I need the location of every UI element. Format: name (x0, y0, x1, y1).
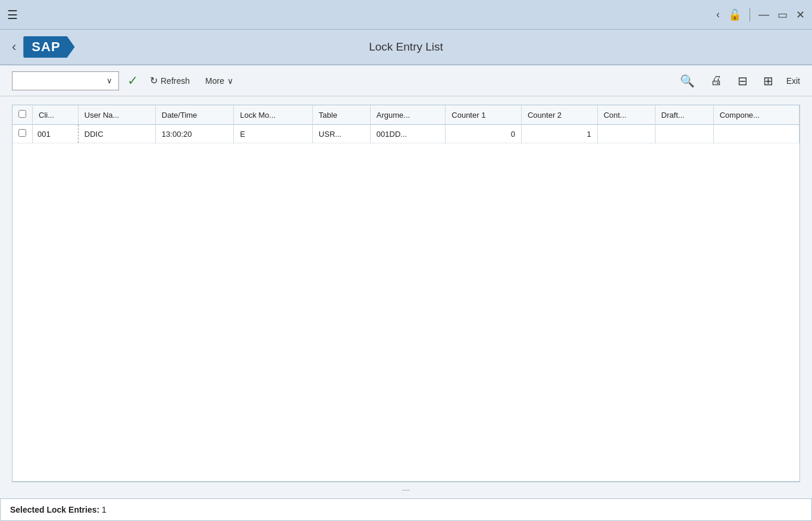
title-bar-divider (750, 8, 750, 21)
col-header-client[interactable]: Cli... (33, 105, 79, 125)
collapse-button[interactable]: ⊞ (761, 73, 776, 89)
more-button[interactable]: More ∨ (202, 74, 237, 88)
table-container: Cli... User Na... Date/Time Lock Mo... T… (12, 105, 800, 482)
col-header-argument[interactable]: Argume... (370, 105, 445, 125)
lock-entries-table: Cli... User Na... Date/Time Lock Mo... T… (12, 105, 800, 143)
footer: Selected Lock Entries: 1 (0, 498, 812, 521)
more-label: More (205, 76, 224, 86)
footer-value: 1 (102, 505, 106, 514)
more-arrow-icon: ∨ (227, 76, 233, 86)
row-checkbox[interactable] (18, 129, 26, 137)
scroll-hint: .... (12, 482, 800, 494)
table-header-row: Cli... User Na... Date/Time Lock Mo... T… (12, 105, 800, 125)
print-button[interactable]: 🖨 (708, 73, 725, 89)
col-header-cont[interactable]: Cont... (597, 105, 655, 125)
row-argument: 001DD... (370, 125, 445, 143)
sap-logo: SAP (23, 36, 74, 58)
page-title: Lock Entry List (369, 40, 443, 54)
col-header-checkbox (12, 105, 33, 125)
maximize-icon[interactable]: ▭ (777, 8, 788, 21)
row-table: USR... (312, 125, 370, 143)
row-username: DDIC (78, 125, 155, 143)
toolbar-dropdown[interactable]: ∨ (12, 71, 119, 90)
row-client: 001 (33, 125, 79, 143)
footer-label: Selected Lock Entries: (10, 505, 99, 514)
sap-header: ‹ SAP Lock Entry List (0, 30, 812, 65)
refresh-button[interactable]: ↻ Refresh (146, 73, 193, 89)
table-row[interactable]: 001DDIC13:00:20EUSR...001DD...01 (12, 125, 800, 143)
row-lockmode: E (234, 125, 312, 143)
main-content: Cli... User Na... Date/Time Lock Mo... T… (0, 96, 812, 490)
expand-button[interactable]: ⊟ (735, 73, 750, 89)
col-header-counter2[interactable]: Counter 2 (521, 105, 597, 125)
row-counter2: 1 (521, 125, 597, 143)
search-button[interactable]: 🔍 (678, 73, 697, 89)
col-header-table[interactable]: Table (312, 105, 370, 125)
col-header-counter1[interactable]: Counter 1 (446, 105, 522, 125)
title-bar: ☰ ‹ 🔓 — ▭ ✕ (0, 0, 812, 30)
refresh-label: Refresh (161, 76, 190, 86)
row-checkbox-cell[interactable] (12, 125, 33, 143)
sap-back-button[interactable]: ‹ (12, 39, 16, 55)
back-nav-icon[interactable]: ‹ (716, 8, 720, 21)
select-all-checkbox[interactable] (18, 110, 26, 118)
row-datetime: 13:00:20 (155, 125, 234, 143)
row-counter1: 0 (446, 125, 522, 143)
exit-button[interactable]: Exit (786, 76, 800, 86)
confirm-button[interactable]: ✓ (127, 73, 138, 89)
close-icon[interactable]: ✕ (796, 8, 805, 21)
toolbar-right: 🔍 🖨 ⊟ ⊞ Exit (678, 73, 800, 89)
minimize-icon[interactable]: — (758, 8, 769, 21)
toolbar: ∨ ✓ ↻ Refresh More ∨ 🔍 🖨 ⊟ ⊞ Exit (0, 65, 812, 96)
hamburger-icon[interactable]: ☰ (7, 8, 18, 22)
col-header-component[interactable]: Compone... (713, 105, 799, 125)
row-draft (655, 125, 713, 143)
dropdown-arrow-icon: ∨ (106, 76, 112, 85)
title-bar-right: ‹ 🔓 — ▭ ✕ (716, 8, 805, 21)
row-component (713, 125, 799, 143)
col-header-draft[interactable]: Draft... (655, 105, 713, 125)
title-bar-left: ☰ (7, 8, 18, 22)
col-header-datetime[interactable]: Date/Time (155, 105, 234, 125)
row-cont (597, 125, 655, 143)
lock-icon: 🔓 (728, 8, 741, 21)
col-header-username[interactable]: User Na... (78, 105, 155, 125)
col-header-lockmode[interactable]: Lock Mo... (234, 105, 312, 125)
refresh-icon: ↻ (150, 75, 158, 86)
